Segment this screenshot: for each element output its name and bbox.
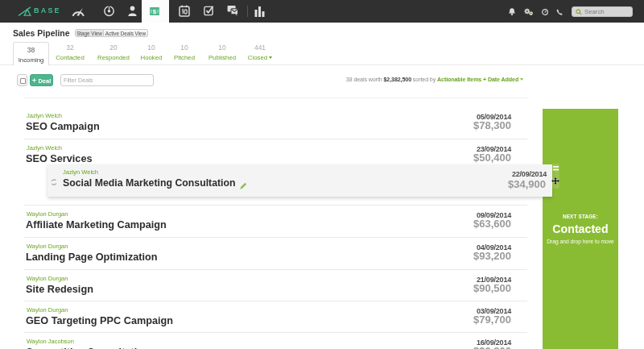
svg-text:$: $ bbox=[153, 8, 157, 15]
